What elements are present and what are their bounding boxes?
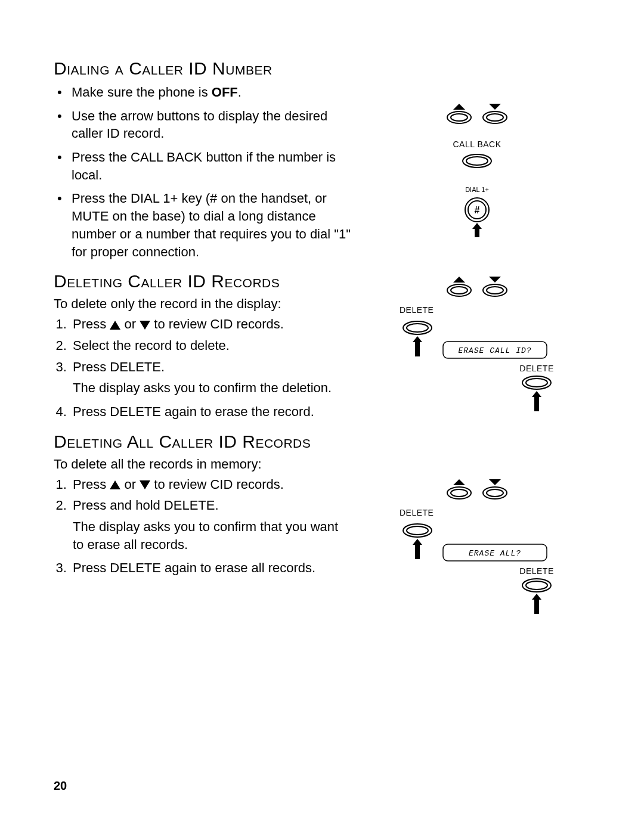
up-arrow-icon	[110, 480, 120, 489]
dial1-label: DIAL 1+	[465, 186, 489, 193]
figure-delete-single: DELETE ERASE CALL ID? DELETE	[400, 274, 555, 417]
manual-page: Dialing a Caller ID Number Make sure the…	[0, 0, 644, 817]
delete-label: DELETE	[519, 566, 555, 576]
delete-label: DELETE	[400, 508, 434, 517]
heading-deleting: Deleting Caller ID Records	[54, 271, 352, 291]
arrow-buttons-icon	[441, 101, 513, 125]
heading-dialing: Dialing a Caller ID Number	[54, 58, 352, 79]
step-sub-text: The display asks you to confirm that you…	[73, 518, 352, 553]
step-item: Press and hold DELETE. The display asks …	[70, 497, 352, 553]
step-item: Press or to review CID records.	[70, 476, 352, 494]
svg-point-26	[451, 489, 467, 497]
svg-point-31	[407, 526, 428, 535]
svg-point-16	[487, 287, 503, 294]
svg-point-22	[526, 379, 547, 387]
arrow-buttons-icon	[441, 477, 513, 501]
svg-marker-27	[489, 479, 501, 485]
delete-button-icon	[519, 576, 555, 618]
svg-point-29	[487, 489, 503, 497]
svg-marker-0	[453, 104, 465, 110]
svg-point-5	[487, 114, 503, 121]
steps-deleting: Press or to review CID records. Select t…	[54, 315, 352, 420]
svg-marker-10	[472, 223, 482, 237]
svg-marker-19	[413, 336, 422, 356]
down-arrow-icon	[140, 321, 150, 330]
svg-marker-11	[453, 277, 465, 283]
delete-label: DELETE	[400, 305, 434, 315]
call-back-button-icon	[459, 153, 495, 169]
figure-dialing: CALL BACK DIAL 1+ #	[441, 101, 513, 238]
display-text: ERASE CALL ID?	[458, 346, 531, 355]
svg-marker-3	[489, 104, 501, 110]
svg-marker-36	[532, 594, 541, 614]
step-item: Press DELETE again to erase all records.	[70, 559, 352, 577]
bullet-item: Make sure the phone is OFF.	[54, 83, 352, 101]
bullet-item: Use the arrow buttons to display the des…	[54, 107, 352, 142]
step-item: Select the record to delete.	[70, 337, 352, 355]
svg-marker-23	[532, 391, 541, 411]
steps-deleting-all: Press or to review CID records. Press an…	[54, 476, 352, 577]
call-back-label: CALL BACK	[453, 139, 501, 149]
delete-button-icon	[519, 373, 555, 415]
intro-text: To delete only the record in the display…	[54, 296, 352, 312]
delete-button-icon	[400, 318, 435, 360]
bullet-list-dialing: Make sure the phone is OFF. Use the arro…	[54, 83, 352, 260]
figure-delete-all: DELETE ERASE ALL? DELETE	[400, 477, 555, 620]
down-arrow-icon	[140, 480, 150, 489]
delete-label: DELETE	[519, 364, 555, 373]
svg-marker-14	[489, 277, 501, 283]
svg-point-2	[451, 114, 467, 121]
intro-text: To delete all the records in memory:	[54, 457, 352, 472]
svg-marker-32	[413, 539, 422, 559]
figure-column: CALL BACK DIAL 1+ #	[364, 48, 590, 620]
step-item: Press DELETE. The display asks you to co…	[70, 358, 352, 397]
bullet-item: Press the DIAL 1+ key (# on the handset,…	[54, 190, 352, 260]
step-sub-text: The display asks you to confirm the dele…	[73, 379, 352, 397]
step-item: Press DELETE again to erase the record.	[70, 403, 352, 421]
svg-point-18	[407, 324, 428, 332]
display-erase-all: ERASE ALL?	[441, 542, 549, 563]
svg-point-13	[451, 287, 467, 294]
svg-point-35	[526, 581, 547, 590]
up-arrow-icon	[110, 321, 120, 330]
arrow-buttons-icon	[441, 274, 513, 298]
text-column: Dialing a Caller ID Number Make sure the…	[54, 48, 352, 620]
display-erase-call-id: ERASE CALL ID?	[441, 340, 549, 360]
display-text: ERASE ALL?	[469, 549, 521, 558]
hash-text: #	[475, 205, 480, 215]
heading-deleting-all: Deleting All Caller ID Records	[54, 432, 352, 452]
svg-marker-24	[453, 479, 465, 485]
dial1-button-icon: #	[459, 197, 495, 238]
svg-point-7	[466, 157, 488, 165]
page-number: 20	[54, 779, 67, 793]
step-item: Press or to review CID records.	[70, 315, 352, 333]
delete-button-icon	[400, 521, 435, 563]
bullet-item: Press the CALL BACK button if the number…	[54, 148, 352, 184]
